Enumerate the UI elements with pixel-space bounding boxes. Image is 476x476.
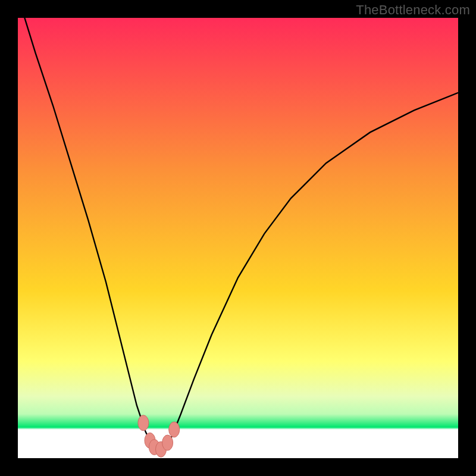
marker-point [169,422,180,437]
chart-container: { "watermark": "TheBottleneck.com", "col… [0,0,476,476]
marker-point [162,435,173,450]
marker-point [138,415,149,431]
watermark-text: TheBottleneck.com [356,2,470,18]
plot-background [18,18,458,458]
bottleneck-chart [0,0,476,476]
